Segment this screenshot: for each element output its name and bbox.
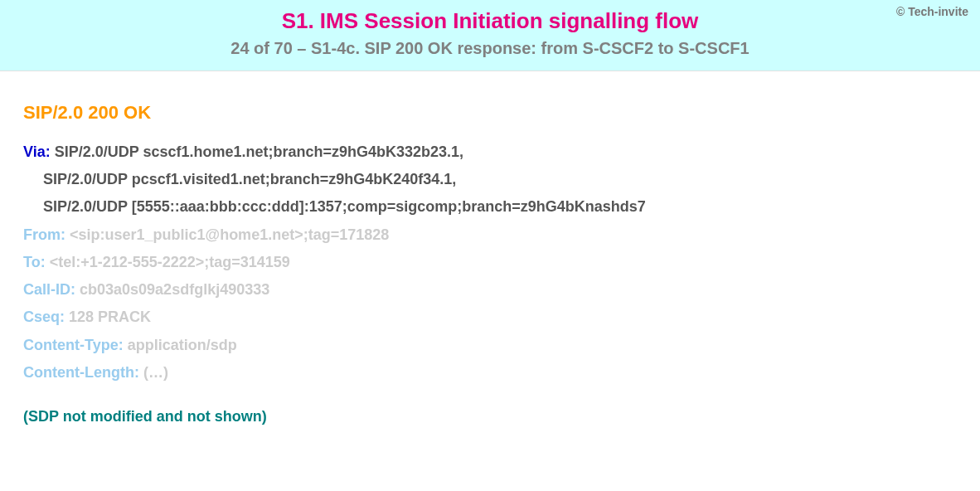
call-id-header-name: Call-ID (23, 281, 70, 298)
to-header: To: <tel:+1-212-555-2222>;tag=314159 (23, 249, 957, 276)
call-id-header: Call-ID: cb03a0s09a2sdfglkj490333 (23, 276, 957, 304)
content-length-header: Content-Length: (…) (23, 359, 957, 386)
via-header-value-1: SIP/2.0/UDP pcscf1.visited1.net;branch=z… (43, 171, 456, 187)
copyright-label: © Tech-invite (896, 5, 968, 18)
page-title: S1. IMS Session Initiation signalling fl… (17, 8, 963, 34)
cseq-header: Cseq: 128 PRACK (23, 304, 957, 331)
via-header-name: Via (23, 143, 46, 160)
sdp-note: (SDP not modified and not shown) (23, 403, 957, 430)
content-type-header-value: application/sdp (128, 337, 237, 353)
from-header: From: <sip:user1_public1@home1.net>;tag=… (23, 221, 957, 249)
cseq-header-name: Cseq (23, 309, 60, 325)
content-type-header: Content-Type: application/sdp (23, 332, 957, 359)
from-header-name: From (23, 226, 61, 243)
header-banner: © Tech-invite S1. IMS Session Initiation… (0, 0, 980, 71)
sip-status-line: SIP/2.0 200 OK (23, 96, 957, 130)
to-header-value: <tel:+1-212-555-2222>;tag=314159 (50, 254, 290, 270)
content-length-header-value: (…) (143, 364, 168, 381)
via-header-cont-2: SIP/2.0/UDP [5555::aaa:bbb:ccc:ddd]:1357… (23, 193, 957, 221)
sip-message-content: SIP/2.0 200 OK Via: SIP/2.0/UDP scscf1.h… (0, 71, 980, 456)
via-header: Via: SIP/2.0/UDP scscf1.home1.net;branch… (23, 139, 957, 166)
to-header-name: To (23, 254, 41, 270)
via-header-value-2: SIP/2.0/UDP [5555::aaa:bbb:ccc:ddd]:1357… (43, 198, 646, 215)
via-header-value-0: SIP/2.0/UDP scscf1.home1.net;branch=z9hG… (55, 143, 463, 160)
from-header-value: <sip:user1_public1@home1.net>;tag=171828 (70, 226, 389, 243)
cseq-header-value: 128 PRACK (69, 309, 151, 325)
via-header-cont-1: SIP/2.0/UDP pcscf1.visited1.net;branch=z… (23, 166, 957, 193)
content-type-header-name: Content-Type (23, 337, 119, 353)
call-id-header-value: cb03a0s09a2sdfglkj490333 (80, 281, 269, 298)
content-length-header-name: Content-Length (23, 364, 134, 381)
page-subtitle: 24 of 70 – S1-4c. SIP 200 OK response: f… (17, 39, 963, 58)
